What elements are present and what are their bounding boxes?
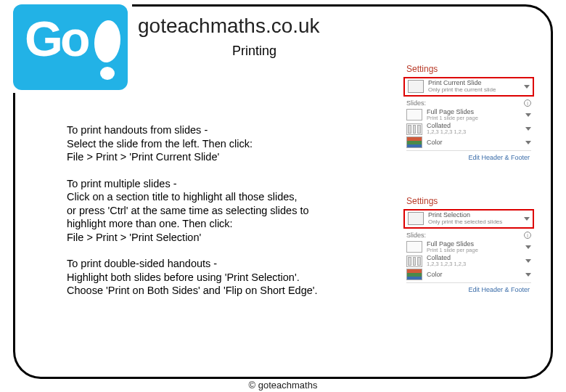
text-line: File > Print > 'Print Selection' (67, 232, 201, 243)
text-line: File > Print > 'Print Current Slide' (67, 151, 219, 163)
chevron-down-icon (525, 127, 531, 131)
slide-icon (408, 212, 424, 225)
page-title: Printing (232, 44, 276, 59)
slides-label-row: Slides: i (403, 97, 534, 108)
text-line: or press 'Ctrl' at the same time as sele… (67, 205, 309, 216)
print-current-slide-dropdown[interactable]: Print Current Slide Only print the curre… (403, 77, 534, 97)
settings-panel-selection: Settings Print Selection Only print the … (403, 196, 534, 293)
edit-header-footer-link[interactable]: Edit Header & Footer (403, 283, 534, 293)
option-sublabel: Print 1 slide per page (427, 115, 521, 121)
slides-label: Slides: (406, 99, 426, 107)
color-icon (406, 136, 422, 148)
settings-header: Settings (403, 64, 534, 74)
instruction-para-3: To print double-sided handouts - Highlig… (67, 257, 357, 298)
collated-dropdown[interactable]: Collated 1,2,3 1,2,3 1,2,3 (403, 122, 534, 136)
chevron-down-icon (525, 259, 531, 263)
page-icon (406, 241, 422, 253)
color-dropdown[interactable]: Color (403, 136, 534, 149)
settings-header: Settings (403, 196, 534, 206)
collated-icon (406, 256, 422, 267)
instruction-para-1: To print handouts from slides - Select t… (67, 123, 357, 164)
page-icon (406, 109, 422, 121)
instruction-para-2: To print multiple slides - Click on a se… (67, 177, 357, 245)
collated-dropdown[interactable]: Collated 1,2,3 1,2,3 1,2,3 (403, 254, 534, 268)
color-dropdown[interactable]: Color (403, 268, 534, 281)
text-line: Highlight both slides before using 'Prin… (67, 271, 300, 283)
info-icon[interactable]: i (524, 232, 531, 239)
text-line: To print multiple slides - (67, 178, 177, 189)
chevron-down-icon (524, 85, 530, 89)
text-line: Choose 'Print on Both Sides' and 'Flip o… (67, 285, 318, 296)
chevron-down-icon (525, 141, 531, 144)
full-page-slides-dropdown[interactable]: Full Page Slides Print 1 slide per page (403, 240, 534, 254)
edit-header-footer-link[interactable]: Edit Header & Footer (403, 151, 534, 161)
go-logo-text: Go (25, 10, 87, 67)
info-icon[interactable]: i (524, 99, 531, 107)
color-icon (406, 269, 422, 280)
dropdown-sublabel: Only print the selected slides (428, 219, 520, 226)
chevron-down-icon (525, 113, 531, 117)
text-line: highlight more than one. Then click: (67, 218, 233, 229)
text-line: To print double-sided handouts - (67, 258, 217, 269)
print-selection-dropdown[interactable]: Print Selection Only print the selected … (403, 209, 534, 229)
text-line: Select the slide from the left. Then cli… (67, 138, 253, 150)
exclamation-icon (94, 20, 123, 83)
settings-panel-current-slide: Settings Print Current Slide Only print … (403, 64, 534, 161)
option-label: Color (427, 139, 521, 146)
text-line: Click on a section title to highlight al… (67, 191, 298, 203)
option-sublabel: 1,2,3 1,2,3 1,2,3 (427, 261, 521, 267)
option-sublabel: 1,2,3 1,2,3 1,2,3 (427, 129, 521, 135)
dropdown-sublabel: Only print the current slide (428, 87, 520, 94)
footer-copyright: © goteachmaths (0, 380, 566, 391)
instructions-block: To print handouts from slides - Select t… (67, 123, 357, 311)
site-title: goteachmaths.co.uk (138, 15, 320, 38)
chevron-down-icon (525, 245, 531, 249)
full-page-slides-dropdown[interactable]: Full Page Slides Print 1 slide per page (403, 108, 534, 122)
option-label: Color (427, 271, 521, 278)
slide-icon (408, 80, 424, 93)
chevron-down-icon (525, 273, 531, 277)
text-line: To print handouts from slides - (67, 124, 208, 136)
chevron-down-icon (524, 217, 530, 221)
slides-label: Slides: (406, 232, 426, 239)
go-logo: Go (9, 0, 132, 93)
collated-icon (406, 123, 422, 135)
slides-label-row: Slides: i (403, 229, 534, 240)
option-sublabel: Print 1 slide per page (427, 248, 521, 253)
